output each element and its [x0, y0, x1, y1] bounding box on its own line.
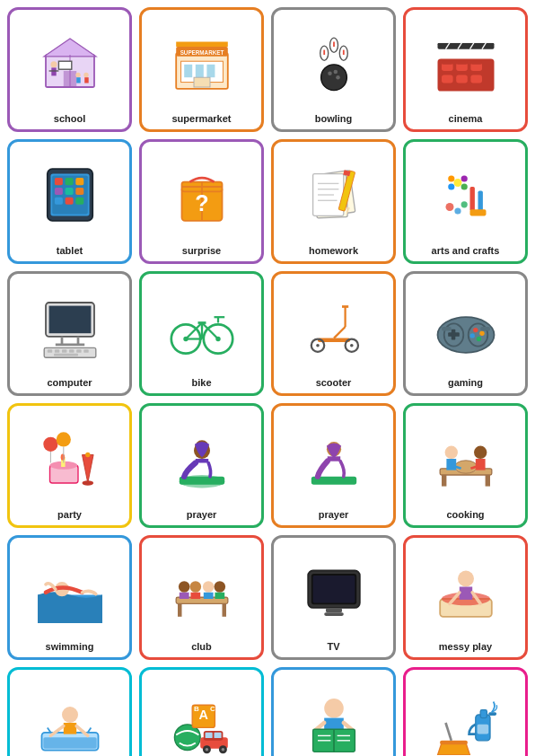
- svg-point-180: [458, 570, 474, 586]
- activity-card[interactable]: cooking: [403, 403, 528, 528]
- svg-point-85: [460, 201, 467, 207]
- activity-card[interactable]: club: [139, 535, 264, 660]
- activity-card[interactable]: cinema: [403, 7, 528, 132]
- svg-marker-134: [82, 454, 93, 483]
- svg-rect-219: [488, 712, 496, 716]
- activity-card[interactable]: messy play: [403, 535, 528, 660]
- svg-text:C: C: [210, 705, 215, 713]
- svg-rect-53: [54, 188, 62, 195]
- activity-card[interactable]: homework: [271, 139, 396, 264]
- prayer2-icon: [277, 411, 390, 506]
- activity-card[interactable]: swimming: [7, 535, 132, 660]
- activity-card[interactable]: bowling: [271, 7, 396, 132]
- card-label: club: [191, 641, 212, 653]
- surprise-icon: ?: [145, 147, 258, 242]
- waterplay-icon: [13, 675, 126, 756]
- svg-rect-19: [194, 77, 210, 87]
- activity-card[interactable]: ? surprise: [139, 139, 264, 264]
- svg-rect-177: [324, 612, 344, 616]
- svg-rect-96: [76, 349, 81, 353]
- svg-marker-20: [176, 42, 228, 47]
- svg-rect-185: [43, 737, 96, 749]
- svg-rect-56: [54, 198, 62, 205]
- activity-card[interactable]: scooter: [271, 271, 396, 396]
- svg-point-10: [83, 73, 88, 77]
- svg-rect-150: [442, 475, 446, 487]
- svg-rect-195: [205, 733, 212, 738]
- card-label: bike: [191, 377, 211, 389]
- svg-point-136: [82, 480, 93, 485]
- svg-rect-54: [65, 188, 73, 195]
- activity-card[interactable]: school: [7, 7, 132, 132]
- svg-point-154: [444, 446, 457, 459]
- svg-point-127: [469, 333, 474, 338]
- svg-rect-164: [222, 603, 226, 616]
- svg-rect-170: [203, 593, 213, 599]
- svg-point-169: [202, 581, 214, 593]
- svg-text:?: ?: [195, 190, 208, 215]
- svg-rect-218: [480, 710, 487, 718]
- svg-rect-172: [215, 593, 224, 599]
- homework-icon: [277, 147, 390, 242]
- activity-card[interactable]: water play: [7, 667, 132, 756]
- activity-card[interactable]: TV: [271, 535, 396, 660]
- activity-card[interactable]: SUPERMARKET supermarket: [139, 7, 264, 132]
- activity-card[interactable]: prayer: [271, 403, 396, 528]
- card-label: scooter: [316, 377, 352, 389]
- svg-rect-82: [469, 209, 486, 215]
- activity-card[interactable]: A B C toys: [139, 667, 264, 756]
- svg-rect-44: [442, 61, 453, 65]
- svg-rect-93: [54, 349, 58, 353]
- svg-rect-81: [478, 190, 482, 211]
- svg-point-205: [324, 699, 344, 718]
- svg-rect-41: [442, 75, 453, 83]
- activity-card[interactable]: gaming: [403, 271, 528, 396]
- svg-rect-128: [442, 327, 452, 331]
- svg-rect-166: [179, 593, 189, 599]
- activity-card[interactable]: reading: [271, 667, 396, 756]
- svg-rect-94: [62, 349, 66, 353]
- svg-point-27: [320, 65, 346, 91]
- activity-card[interactable]: tablet: [7, 139, 132, 264]
- svg-point-167: [189, 581, 201, 593]
- card-label: prayer: [187, 509, 217, 521]
- card-label: prayer: [319, 509, 349, 521]
- svg-point-165: [178, 581, 189, 593]
- activity-card[interactable]: bike: [139, 271, 264, 396]
- svg-rect-5: [51, 67, 56, 75]
- svg-point-84: [454, 207, 460, 214]
- cleaning-icon: [409, 675, 522, 756]
- svg-rect-176: [326, 608, 342, 612]
- svg-rect-57: [65, 198, 73, 205]
- svg-rect-175: [312, 576, 355, 603]
- svg-rect-129: [480, 327, 490, 331]
- svg-rect-92: [47, 349, 51, 353]
- svg-point-75: [448, 175, 454, 181]
- svg-rect-187: [63, 723, 75, 734]
- messyplay-icon: [409, 543, 522, 638]
- svg-rect-43: [470, 75, 482, 83]
- prayer1-icon: [145, 411, 258, 506]
- svg-point-171: [214, 581, 225, 593]
- svg-rect-97: [83, 349, 88, 353]
- svg-point-200: [221, 748, 224, 752]
- card-label: bowling: [315, 113, 353, 125]
- activity-card[interactable]: prayer: [139, 403, 264, 528]
- activity-card[interactable]: party: [7, 403, 132, 528]
- svg-point-28: [328, 71, 332, 75]
- svg-rect-155: [446, 459, 456, 470]
- activity-card[interactable]: arts and crafts: [403, 139, 528, 264]
- gaming-icon: [409, 279, 522, 374]
- tablet-icon: [13, 147, 126, 242]
- card-label: computer: [47, 377, 92, 389]
- activity-card[interactable]: computer: [7, 271, 132, 396]
- svg-rect-52: [75, 178, 83, 185]
- svg-point-77: [448, 183, 454, 189]
- svg-rect-17: [195, 65, 203, 77]
- svg-rect-168: [190, 593, 200, 599]
- activity-card[interactable]: cleaning: [403, 667, 528, 756]
- svg-point-133: [60, 454, 65, 461]
- svg-rect-16: [184, 65, 192, 77]
- toys-icon: A B C: [145, 675, 258, 756]
- artsandcrafts-icon: [409, 147, 522, 242]
